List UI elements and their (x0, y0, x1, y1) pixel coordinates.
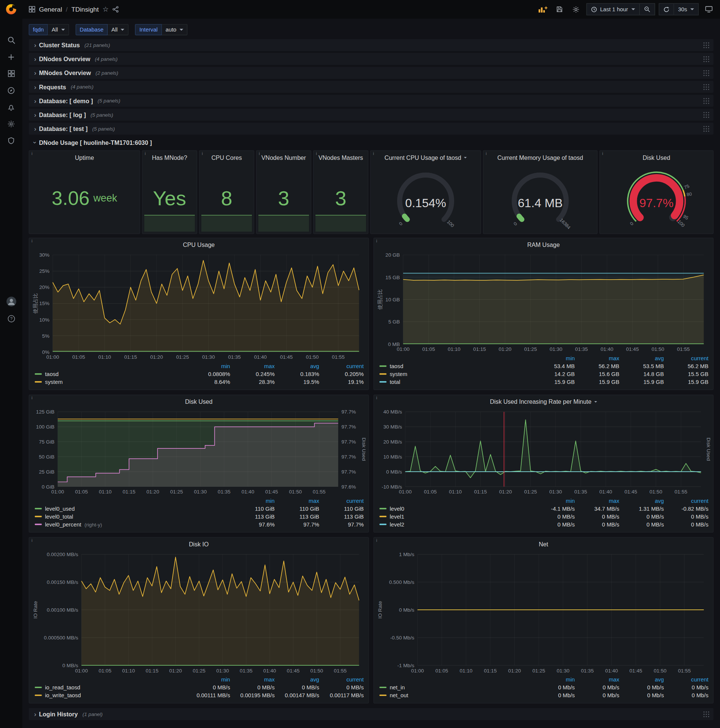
drag-handle-icon[interactable] (703, 55, 710, 62)
legend-series-name[interactable]: io_write_taosd (45, 692, 81, 698)
dashboard-settings-button[interactable] (570, 3, 583, 16)
cycle-view-button[interactable] (702, 3, 715, 16)
row-dnode-usage[interactable]: › DNode Usage [ huolinhe-TM1701:6030 ] (29, 136, 714, 148)
drag-handle-icon[interactable] (703, 125, 710, 132)
panel-info-icon[interactable]: i (30, 395, 34, 401)
panel-title[interactable]: Disk Used (600, 152, 713, 163)
legend-series-name[interactable]: taosd (45, 371, 58, 377)
share-icon[interactable] (113, 6, 119, 12)
legend-column-header[interactable]: avg (619, 355, 664, 361)
panel-title[interactable]: CPU Cores (200, 152, 254, 163)
legend-series-name[interactable]: level1 (390, 513, 404, 520)
legend-series-name[interactable]: level0 (390, 505, 404, 512)
panel-info-icon[interactable]: i (30, 151, 34, 156)
panel-title[interactable]: Disk Used (29, 396, 368, 407)
legend-series-name[interactable]: level2 (390, 521, 404, 528)
panel-info-icon[interactable]: i (200, 151, 204, 156)
alerting-icon[interactable] (0, 103, 22, 111)
legend-column-header[interactable]: current (319, 676, 364, 682)
search-icon[interactable] (0, 37, 22, 44)
legend-column-header[interactable]: max (575, 498, 619, 504)
legend-column-header[interactable]: min (530, 498, 575, 504)
legend-series-name[interactable]: total (390, 379, 400, 385)
add-panel-button[interactable] (536, 3, 549, 16)
legend-series-name[interactable]: net_out (390, 692, 408, 698)
drag-handle-icon[interactable] (703, 70, 710, 76)
create-icon[interactable] (0, 53, 22, 61)
legend-column-header[interactable]: min (230, 498, 275, 504)
breadcrumb-section[interactable]: General (39, 6, 62, 13)
legend-column-header[interactable]: max (575, 355, 619, 361)
legend-column-header[interactable]: avg (619, 676, 664, 682)
legend-column-header[interactable]: current (664, 676, 708, 682)
legend-column-header[interactable]: min (186, 363, 230, 369)
legend-series-name[interactable]: system (390, 371, 407, 377)
cpu-usage-plot[interactable]: 01:0001:0501:1001:1501:2001:2501:3001:35… (32, 250, 365, 361)
legend-series-name[interactable]: level0_total (45, 513, 73, 520)
panel-info-icon[interactable]: i (30, 238, 34, 244)
grafana-logo[interactable] (0, 0, 22, 18)
zoom-out-button[interactable] (640, 3, 655, 15)
drag-handle-icon[interactable] (703, 711, 710, 717)
panel-info-icon[interactable]: i (143, 151, 147, 156)
panel-title[interactable]: Net (374, 538, 713, 550)
refresh-interval-picker[interactable]: 30s (674, 3, 699, 15)
legend-column-header[interactable]: current (319, 498, 364, 504)
row-requests[interactable]: › Requests (4 panels) (29, 81, 714, 93)
dashboards-icon[interactable] (0, 70, 22, 78)
ram-usage-plot[interactable]: 01:0001:0501:1001:1501:2001:2501:3001:35… (377, 250, 710, 353)
panel-info-icon[interactable]: i (601, 151, 604, 156)
panel-info-icon[interactable]: i (485, 151, 488, 156)
panel-info-icon[interactable]: i (258, 151, 261, 156)
disk-io-plot[interactable]: 01:0001:0501:1001:1501:2001:2501:3001:35… (32, 550, 365, 675)
legend-column-header[interactable]: avg (275, 363, 319, 369)
panel-info-icon[interactable]: i (372, 151, 375, 156)
panel-title[interactable]: Disk IO (29, 538, 368, 550)
drag-handle-icon[interactable] (703, 42, 710, 48)
panel-title[interactable]: Current Memory Usage of taosd (484, 152, 597, 163)
legend-column-header[interactable]: current (664, 355, 708, 361)
server-admin-icon[interactable] (0, 136, 22, 144)
panel-title[interactable]: RAM Usage (374, 239, 713, 250)
panel-title[interactable]: Uptime (29, 152, 139, 163)
panel-info-icon[interactable]: i (375, 395, 379, 401)
panel-title[interactable]: CPU Usage (29, 239, 368, 250)
drag-handle-icon[interactable] (703, 84, 710, 90)
row-mnodes-overview[interactable]: › MNodes Overview (2 panels) (29, 67, 714, 79)
star-icon[interactable]: ☆ (102, 5, 109, 14)
legend-column-header[interactable]: max (230, 676, 275, 682)
legend-column-header[interactable]: current (319, 363, 364, 369)
drag-handle-icon[interactable] (703, 112, 710, 118)
help-icon[interactable]: ? (7, 315, 15, 324)
panel-title[interactable]: Disk Used Increasing Rate per Minute (374, 396, 713, 407)
legend-column-header[interactable]: max (275, 498, 319, 504)
variable-value-dropdown[interactable]: All (48, 24, 69, 35)
panel-title[interactable]: VNodes Number (256, 152, 311, 163)
legend-series-name[interactable]: level0_used (45, 505, 75, 512)
legend-column-header[interactable]: current (664, 498, 708, 504)
save-dashboard-button[interactable] (553, 3, 566, 16)
panel-title[interactable]: VNodes Masters (314, 152, 368, 163)
drag-handle-icon[interactable] (703, 98, 710, 104)
explore-icon[interactable] (0, 86, 22, 94)
row-login-history[interactable]: › Login History (1 panel) (29, 708, 714, 720)
legend-column-header[interactable]: max (230, 363, 275, 369)
legend-series-name[interactable]: io_read_taosd (45, 684, 80, 690)
legend-series-name[interactable]: net_in (390, 684, 405, 690)
legend-column-header[interactable]: avg (275, 676, 319, 682)
panel-title[interactable]: Has MNode? (142, 152, 197, 163)
row-database-log[interactable]: › Database: [ log ] (5 panels) (29, 109, 714, 121)
disk-rate-plot[interactable]: 01:0001:0501:1001:1501:2001:2501:3001:35… (377, 407, 710, 496)
row-database-test[interactable]: › Database: [ test ] (5 panels) (29, 123, 714, 135)
breadcrumb-page[interactable]: TDinsight (71, 6, 99, 13)
time-range-picker[interactable]: Last 1 hour (586, 3, 639, 15)
legend-series-name[interactable]: level0_percent (45, 521, 81, 528)
variable-value-dropdown[interactable]: All (108, 24, 129, 35)
row-database-demo[interactable]: › Database: [ demo ] (5 panels) (29, 95, 714, 107)
legend-column-header[interactable]: avg (619, 498, 664, 504)
legend-series-name[interactable]: system (45, 379, 63, 385)
user-avatar[interactable] (6, 296, 16, 309)
panel-info-icon[interactable]: i (30, 538, 34, 543)
panel-menu-caret-icon[interactable] (594, 401, 597, 402)
panel-info-icon[interactable]: i (375, 238, 379, 244)
